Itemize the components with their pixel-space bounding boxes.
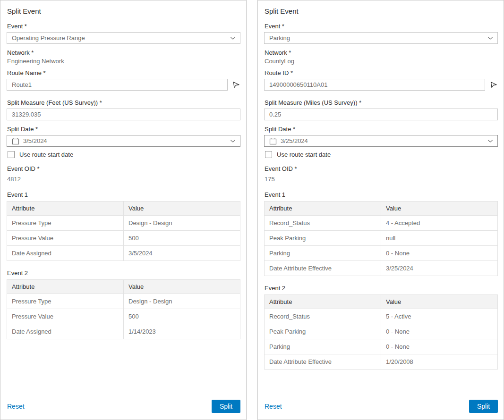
- event-2-heading: Event 2: [7, 269, 240, 277]
- network-label: Network *: [265, 49, 498, 56]
- split-date-picker[interactable]: 3/25/2024: [264, 135, 498, 147]
- split-date-value: 3/25/2024: [281, 137, 487, 144]
- table-header-row: Attribute Value: [7, 280, 240, 294]
- value-cell: 3/25/2024: [381, 261, 498, 276]
- chevron-down-icon: [487, 139, 493, 143]
- table-row: Date Assigned 3/5/2024: [7, 246, 240, 261]
- attribute-cell: Peak Parking: [265, 231, 381, 246]
- event-2-heading: Event 2: [265, 285, 498, 292]
- attribute-cell: Date Assigned: [7, 246, 124, 261]
- split-button[interactable]: Split: [212, 400, 240, 413]
- split-measure-label: Split Measure (Miles (US Survey)) *: [265, 99, 498, 106]
- attribute-cell: Pressure Value: [7, 231, 124, 246]
- route-input[interactable]: [264, 79, 485, 91]
- value-column-header: Value: [124, 280, 240, 294]
- split-date-label: Split Date *: [265, 126, 498, 133]
- event-1-table: Attribute Value Record_Status 4 - Accept…: [264, 201, 498, 276]
- event-2-table: Attribute Value Pressure Type Design - D…: [7, 279, 240, 339]
- value-cell: 1/20/2008: [381, 354, 498, 370]
- use-route-start-date-label: Use route start date: [19, 151, 73, 158]
- use-route-start-date-checkbox[interactable]: [265, 151, 272, 158]
- split-event-panels: Split Event Event * Operating Pressure R…: [0, 0, 504, 420]
- split-date-picker[interactable]: 3/5/2024: [7, 135, 240, 147]
- select-route-button[interactable]: [232, 81, 240, 89]
- split-button[interactable]: Split: [469, 400, 498, 413]
- split-event-panel-left: Split Event Event * Operating Pressure R…: [0, 0, 247, 420]
- event-2-table: Attribute Value Record_Status 5 - Active…: [264, 294, 498, 370]
- network-label: Network *: [7, 49, 240, 56]
- calendar-icon: [269, 137, 277, 145]
- attribute-cell: Pressure Type: [7, 294, 124, 309]
- value-cell: 4 - Accepted: [381, 216, 498, 231]
- attribute-column-header: Attribute: [7, 280, 124, 294]
- table-row: Parking 0 - None: [265, 339, 498, 354]
- split-measure-input[interactable]: [7, 109, 240, 120]
- table-row: Date Attribute Effective 1/20/2008: [265, 354, 498, 370]
- table-row: Pressure Value 500: [7, 309, 240, 324]
- attribute-cell: Parking: [265, 246, 381, 261]
- attribute-cell: Peak Parking: [265, 324, 381, 339]
- network-value: Engineering Network: [7, 58, 240, 65]
- attribute-cell: Date Attribute Effective: [265, 261, 381, 276]
- page-title: Split Event: [265, 7, 498, 15]
- split-measure-input[interactable]: [264, 109, 498, 120]
- table-row: Parking 0 - None: [265, 246, 498, 261]
- use-route-start-date-checkbox[interactable]: [8, 151, 15, 158]
- value-cell: 3/5/2024: [124, 246, 240, 261]
- attribute-column-header: Attribute: [265, 202, 381, 216]
- event-oid-label: Event OID *: [265, 165, 498, 172]
- value-cell: null: [381, 231, 498, 246]
- value-cell: 1/14/2023: [124, 324, 240, 339]
- event-oid-value: 4812: [7, 176, 240, 183]
- table-row: Pressure Type Design - Design: [7, 216, 240, 231]
- calendar-icon: [12, 137, 19, 145]
- table-row: Peak Parking null: [265, 231, 498, 246]
- event-label: Event *: [265, 23, 498, 30]
- chevron-down-icon: [230, 36, 236, 40]
- pointer-icon: [232, 80, 240, 90]
- value-column-header: Value: [124, 202, 240, 216]
- route-label: Route Name *: [7, 69, 240, 76]
- attribute-column-header: Attribute: [265, 295, 381, 309]
- table-row: Date Assigned 1/14/2023: [7, 324, 240, 339]
- value-cell: 5 - Active: [381, 309, 498, 324]
- route-input[interactable]: [7, 79, 228, 91]
- reset-link[interactable]: Reset: [265, 403, 282, 410]
- event-select[interactable]: Parking: [264, 32, 498, 44]
- split-measure-label: Split Measure (Feet (US Survey)) *: [7, 99, 240, 106]
- value-cell: 0 - None: [381, 324, 498, 339]
- value-cell: 0 - None: [381, 339, 498, 354]
- attribute-cell: Date Attribute Effective: [265, 354, 381, 370]
- table-row: Record_Status 5 - Active: [265, 309, 498, 324]
- value-column-header: Value: [381, 202, 498, 216]
- table-row: Record_Status 4 - Accepted: [265, 216, 498, 231]
- event-1-heading: Event 1: [7, 191, 240, 198]
- event-oid-value: 175: [265, 176, 498, 183]
- select-route-button[interactable]: [489, 81, 498, 89]
- attribute-cell: Pressure Value: [7, 309, 124, 324]
- attribute-cell: Date Assigned: [7, 324, 124, 339]
- event-label: Event *: [7, 23, 240, 30]
- event-1-heading: Event 1: [265, 191, 498, 198]
- attribute-cell: Record_Status: [265, 309, 381, 324]
- event-select-value: Parking: [269, 34, 487, 42]
- event-select-value: Operating Pressure Range: [12, 34, 230, 42]
- network-value: CountyLog: [265, 58, 498, 65]
- reset-link[interactable]: Reset: [7, 403, 25, 410]
- chevron-down-icon: [487, 36, 493, 40]
- attribute-cell: Record_Status: [265, 216, 381, 231]
- value-cell: Design - Design: [124, 216, 240, 231]
- value-cell: Design - Design: [124, 294, 240, 309]
- attribute-cell: Parking: [265, 339, 381, 354]
- table-header-row: Attribute Value: [7, 202, 240, 216]
- table-header-row: Attribute Value: [265, 202, 498, 216]
- pointer-icon: [490, 80, 497, 90]
- value-cell: 0 - None: [381, 246, 498, 261]
- split-date-label: Split Date *: [7, 126, 240, 133]
- chevron-down-icon: [230, 139, 236, 143]
- value-column-header: Value: [381, 295, 498, 309]
- event-select[interactable]: Operating Pressure Range: [7, 32, 240, 44]
- event-oid-label: Event OID *: [7, 165, 240, 172]
- split-date-value: 3/5/2024: [23, 137, 230, 144]
- value-cell: 500: [124, 231, 240, 246]
